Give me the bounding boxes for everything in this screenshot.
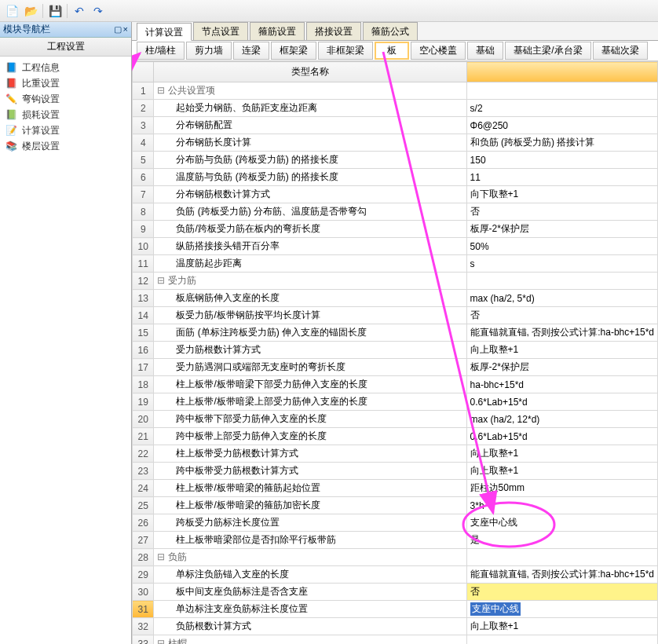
row-number[interactable]: 27 xyxy=(133,532,154,549)
cell-name[interactable]: 受力筋遇洞口或端部无支座时的弯折长度 xyxy=(154,359,466,376)
row-number[interactable]: 9 xyxy=(133,221,154,238)
grid-row[interactable]: 15面筋 (单标注跨板受力筋) 伸入支座的锚固长度能直锚就直锚, 否则按公式计算… xyxy=(133,324,658,342)
tab-1[interactable]: 节点设置 xyxy=(193,22,248,40)
cell-name[interactable]: ⊟负筋 xyxy=(154,549,466,566)
category-btn-7[interactable]: 基础 xyxy=(467,42,503,60)
row-number[interactable]: 25 xyxy=(133,497,154,514)
redo-icon[interactable]: ↷ xyxy=(90,2,107,20)
grid-row[interactable]: 8负筋 (跨板受力筋) 分布筋、温度筋是否带弯勾否 xyxy=(133,203,658,221)
grid-row[interactable]: 23跨中板带受力筋根数计算方式向上取整+1 xyxy=(133,463,658,480)
cell-name[interactable]: 板中间支座负筋标注是否含支座 xyxy=(154,584,466,601)
row-number[interactable]: 28 xyxy=(133,549,154,566)
collapse-icon[interactable]: ⊟ xyxy=(157,551,165,562)
cell-name[interactable]: 单标注负筋锚入支座的长度 xyxy=(154,566,466,584)
cell-name[interactable]: 负筋/跨板受力筋在板内的弯折长度 xyxy=(154,221,466,238)
grid-row[interactable]: 32负筋根数计算方式向上取整+1 xyxy=(133,618,658,635)
col-header-name[interactable]: 类型名称 xyxy=(154,62,466,82)
category-btn-4[interactable]: 非框架梁 xyxy=(318,42,373,60)
grid-row[interactable]: 7分布钢筋根数计算方式向下取整+1 xyxy=(133,186,658,203)
cell-value[interactable]: max (ha/2, 5*d) xyxy=(466,290,657,307)
cell-name[interactable]: ⊟受力筋 xyxy=(154,273,466,290)
cell-name[interactable]: 柱上板带/板带暗梁上部受力筋伸入支座的长度 xyxy=(154,393,466,411)
grid-row[interactable]: 17受力筋遇洞口或端部无支座时的弯折长度板厚-2*保护层 xyxy=(133,359,658,376)
row-number[interactable]: 18 xyxy=(133,376,154,393)
grid-row[interactable]: 19柱上板带/板带暗梁上部受力筋伸入支座的长度0.6*Lab+15*d xyxy=(133,393,658,411)
grid-row[interactable]: 14板受力筋/板带钢筋按平均长度计算否 xyxy=(133,307,658,324)
cell-value[interactable]: 能直锚就直锚, 否则按公式计算:ha-bhc+15*d xyxy=(466,324,657,342)
cell-name[interactable]: 跨中板带受力筋根数计算方式 xyxy=(154,463,466,480)
grid-row[interactable]: 2起始受力钢筋、负筋距支座边距离s/2 xyxy=(133,100,658,117)
cell-name[interactable]: 柱上板带/板带暗梁的箍筋起始位置 xyxy=(154,480,466,497)
cell-value[interactable]: 向上取整+1 xyxy=(466,342,657,359)
undo-icon[interactable]: ↶ xyxy=(71,2,88,20)
row-number[interactable]: 19 xyxy=(133,393,154,411)
cell-value[interactable]: 11 xyxy=(466,169,657,186)
tab-0[interactable]: 计算设置 xyxy=(137,23,192,41)
row-number[interactable]: 32 xyxy=(133,618,154,635)
cell-name[interactable]: 分布筋与负筋 (跨板受力筋) 的搭接长度 xyxy=(154,152,466,169)
row-number[interactable]: 15 xyxy=(133,324,154,342)
open-icon[interactable]: 📂 xyxy=(22,2,39,20)
category-btn-8[interactable]: 基础主梁/承台梁 xyxy=(505,42,590,60)
category-btn-0[interactable]: 柱/墙柱 xyxy=(137,42,185,60)
cell-value[interactable]: 否 xyxy=(466,584,657,601)
grid-row[interactable]: 12⊟受力筋 xyxy=(133,273,658,290)
row-number[interactable]: 10 xyxy=(133,238,154,255)
cell-name[interactable]: 单边标注支座负筋标注长度位置 xyxy=(154,601,466,618)
grid-row[interactable]: 28⊟负筋 xyxy=(133,549,658,566)
row-number[interactable]: 30 xyxy=(133,584,154,601)
cell-value[interactable]: Φ6@250 xyxy=(466,117,657,134)
row-number[interactable]: 12 xyxy=(133,273,154,290)
new-icon[interactable]: 📄 xyxy=(3,2,20,20)
cell-value[interactable]: 向上取整+1 xyxy=(466,463,657,480)
category-btn-5[interactable]: 板 xyxy=(375,42,409,60)
cell-name[interactable]: 板受力筋/板带钢筋按平均长度计算 xyxy=(154,307,466,324)
save-icon[interactable]: 💾 xyxy=(46,2,64,20)
row-number[interactable]: 3 xyxy=(133,117,154,134)
cell-name[interactable]: 起始受力钢筋、负筋距支座边距离 xyxy=(154,100,466,117)
settings-grid[interactable]: 类型名称 1⊟公共设置项2起始受力钢筋、负筋距支座边距离s/23分布钢筋配置Φ6… xyxy=(132,61,658,644)
sidebar-item-0[interactable]: 📘工程信息 xyxy=(5,60,126,75)
cell-value[interactable]: 能直锚就直锚, 否则按公式计算:ha-bhc+15*d xyxy=(466,566,657,584)
cell-name[interactable]: 柱上板带/板带暗梁下部受力筋伸入支座的长度 xyxy=(154,376,466,393)
grid-row[interactable]: 31单边标注支座负筋标注长度位置支座中心线 xyxy=(133,601,658,618)
grid-row[interactable]: 33⊟柱帽 xyxy=(133,635,658,645)
row-number[interactable]: 26 xyxy=(133,514,154,532)
sidebar-item-3[interactable]: 📗损耗设置 xyxy=(5,107,126,123)
cell-value[interactable]: 否 xyxy=(466,203,657,221)
cell-value[interactable]: s xyxy=(466,255,657,273)
cell-name[interactable]: 面筋 (单标注跨板受力筋) 伸入支座的锚固长度 xyxy=(154,324,466,342)
row-number[interactable]: 16 xyxy=(133,342,154,359)
grid-row[interactable]: 1⊟公共设置项 xyxy=(133,82,658,100)
cell-name[interactable]: 负筋根数计算方式 xyxy=(154,618,466,635)
cell-name[interactable]: ⊟公共设置项 xyxy=(154,82,466,100)
cell-value[interactable]: 向上取整+1 xyxy=(466,618,657,635)
row-number[interactable]: 4 xyxy=(133,134,154,152)
cell-value[interactable] xyxy=(466,82,657,100)
row-number[interactable]: 24 xyxy=(133,480,154,497)
row-number[interactable]: 11 xyxy=(133,255,154,273)
grid-row[interactable]: 11温度筋起步距离s xyxy=(133,255,658,273)
cell-value[interactable]: 50% xyxy=(466,238,657,255)
grid-row[interactable]: 10纵筋搭接接头错开百分率50% xyxy=(133,238,658,255)
grid-row[interactable]: 20跨中板带下部受力筋伸入支座的长度max (ha/2, 12*d) xyxy=(133,411,658,428)
grid-row[interactable]: 18柱上板带/板带暗梁下部受力筋伸入支座的长度ha-bhc+15*d xyxy=(133,376,658,393)
row-number[interactable]: 21 xyxy=(133,428,154,445)
cell-value[interactable]: 支座中心线 xyxy=(466,601,657,618)
cell-value[interactable]: 向上取整+1 xyxy=(466,445,657,463)
cell-value[interactable]: 是 xyxy=(466,532,657,549)
grid-row[interactable]: 4分布钢筋长度计算和负筋 (跨板受力筋) 搭接计算 xyxy=(133,134,658,152)
cell-value[interactable] xyxy=(466,549,657,566)
cell-name[interactable]: 纵筋搭接接头错开百分率 xyxy=(154,238,466,255)
grid-row[interactable]: 5分布筋与负筋 (跨板受力筋) 的搭接长度150 xyxy=(133,152,658,169)
category-btn-9[interactable]: 基础次梁 xyxy=(593,42,648,60)
tab-4[interactable]: 箍筋公式 xyxy=(363,22,418,40)
cell-value[interactable] xyxy=(466,635,657,645)
category-btn-2[interactable]: 连梁 xyxy=(233,42,269,60)
row-number[interactable]: 7 xyxy=(133,186,154,203)
sidebar-header[interactable]: 工程设置 xyxy=(0,38,131,57)
row-number[interactable]: 6 xyxy=(133,169,154,186)
cell-value[interactable]: 0.6*Lab+15*d xyxy=(466,393,657,411)
grid-row[interactable]: 3分布钢筋配置Φ6@250 xyxy=(133,117,658,134)
col-header-value[interactable] xyxy=(466,62,657,82)
